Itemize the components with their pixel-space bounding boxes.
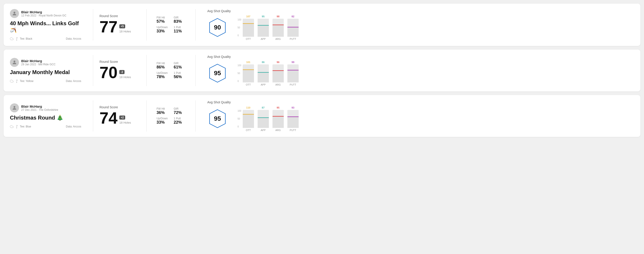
- gir-label: GIR: [174, 62, 186, 65]
- stat-gir: GIR 83%: [174, 16, 186, 24]
- user-info: Blair McHarg 27 Dec 2021 · The Oxfordshi…: [10, 103, 81, 112]
- bar-chart: 100 50 0 107 OTT 95: [238, 15, 299, 40]
- stat-updown: Up/Down 33%: [156, 26, 168, 33]
- score-row: 77 +5 18 Holes: [100, 19, 140, 35]
- bar-group: 98 ARG: [272, 19, 284, 40]
- footer-info: Tee: Black Data: Arccos: [10, 37, 81, 40]
- score-badge: +5: [119, 24, 125, 28]
- bar-group: 93 PUTT: [288, 110, 299, 131]
- score-number: 70: [100, 64, 118, 81]
- score-row: 74 +2 18 Holes: [100, 110, 140, 126]
- tee-label: Tee: Black: [20, 37, 32, 40]
- stat-fw-hit: FW Hit 86%: [156, 62, 168, 70]
- hexagon: 95: [207, 109, 228, 129]
- round-title: Christmas Round 🎄: [10, 115, 81, 121]
- oneputt-value: 22%: [174, 120, 186, 125]
- fw-hit-value: 36%: [156, 110, 168, 115]
- stat-gir: GIR 61%: [174, 62, 186, 70]
- bar-group: 96 ARG: [272, 64, 284, 86]
- fw-hit-label: FW Hit: [156, 107, 168, 110]
- stat-oneputt: 1 Putt 11%: [174, 26, 186, 33]
- data-source: Data: Arccos: [66, 125, 81, 128]
- stat-fw-hit: FW Hit 36%: [156, 107, 168, 115]
- divider: [93, 101, 93, 131]
- bar-group: 86 APP: [258, 64, 269, 86]
- stat-gir: GIR 72%: [174, 107, 186, 115]
- svg-point-6: [16, 82, 17, 83]
- hexagon-container: 90: [207, 17, 228, 38]
- oneputt-value: 56%: [174, 75, 186, 79]
- score-label: Round Score: [100, 14, 140, 18]
- fw-hit-label: FW Hit: [156, 16, 168, 19]
- oneputt-label: 1 Putt: [174, 117, 186, 120]
- user-name: Blair McHarg: [21, 105, 58, 108]
- data-source: Data: Arccos: [66, 37, 81, 40]
- round-card: Blair McHarg 29 Jan 2022 · Mill Ride GCC…: [4, 50, 640, 91]
- cloud-icon: [10, 79, 14, 83]
- bar-group: 82 PUTT: [288, 19, 299, 40]
- user-name: Blair McHarg: [21, 59, 56, 63]
- user-info: Blair McHarg 29 Jan 2022 · Mill Ride GCC: [10, 58, 81, 67]
- left-section: Blair McHarg 27 Dec 2021 · The Oxfordshi…: [10, 103, 86, 128]
- bar-group: 95 APP: [258, 19, 269, 40]
- user-details: Blair McHarg 29 Jan 2022 · Mill Ride GCC: [21, 59, 56, 66]
- footer-info: Tee: Yellow Data: Arccos: [10, 79, 81, 83]
- gir-value: 61%: [174, 65, 186, 70]
- bar-group: 99 PUTT: [288, 64, 299, 86]
- gir-value: 72%: [174, 110, 186, 115]
- svg-point-8: [14, 106, 15, 108]
- stats-grid: FW Hit 57% GIR 83% Up/Down 33% 1 Putt 11…: [156, 16, 186, 33]
- fw-hit-label: FW Hit: [156, 62, 168, 65]
- updown-value: 33%: [156, 120, 168, 125]
- bar-group: 87 APP: [258, 110, 269, 131]
- golf-icon: [15, 79, 18, 83]
- fw-hit-value: 57%: [156, 19, 168, 24]
- score-label: Round Score: [100, 60, 140, 64]
- data-source: Data: Arccos: [66, 80, 81, 83]
- stats-section: FW Hit 86% GIR 61% Up/Down 78% 1 Putt 56…: [153, 62, 189, 79]
- score-row: 70 -2 18 Holes: [100, 64, 140, 81]
- score-badge: -2: [119, 70, 124, 74]
- cloud-icon: [10, 37, 14, 40]
- chart-title: Avg Shot Quality: [207, 101, 634, 104]
- footer-info: Tee: Blue Data: Arccos: [10, 125, 81, 128]
- score-number: 74: [100, 110, 118, 126]
- user-meta: 29 Jan 2022 · Mill Ride GCC: [21, 63, 56, 66]
- divider-3: [195, 55, 196, 86]
- score-section: Round Score 74 +2 18 Holes: [100, 105, 140, 127]
- hexagon-container: 95: [207, 109, 228, 129]
- holes-label: 18 Holes: [119, 30, 131, 33]
- score-number: 77: [100, 19, 118, 35]
- avatar: [10, 9, 19, 18]
- stats-section: FW Hit 57% GIR 83% Up/Down 33% 1 Putt 11…: [153, 16, 189, 33]
- hexagon-value: 95: [214, 70, 221, 77]
- updown-label: Up/Down: [156, 117, 168, 120]
- user-details: Blair McHarg 27 Dec 2021 · The Oxfordshi…: [21, 105, 58, 112]
- divider: [93, 55, 93, 86]
- tee-info: Tee: Blue: [10, 125, 31, 128]
- fw-hit-value: 86%: [156, 65, 168, 70]
- chart-section: Avg Shot Quality 95 100 50 0 110: [202, 101, 634, 131]
- holes-label: 18 Holes: [119, 121, 131, 124]
- bar-group: 101 OTT: [243, 64, 254, 86]
- divider-3: [195, 101, 196, 131]
- hexagon: 95: [207, 63, 228, 83]
- stats-grid: FW Hit 86% GIR 61% Up/Down 78% 1 Putt 56…: [156, 62, 186, 79]
- user-meta: 12 Feb 2022 · Royal North Devon GC: [21, 14, 66, 17]
- round-title: 40 Mph Winds... Links Golf 🪃: [10, 20, 81, 33]
- golf-icon: [15, 125, 18, 128]
- golf-icon: [15, 37, 18, 40]
- holes-label: 18 Holes: [119, 75, 131, 79]
- tee-info: Tee: Black: [10, 37, 32, 40]
- updown-label: Up/Down: [156, 71, 168, 75]
- divider: [93, 9, 93, 40]
- round-card: Blair McHarg 27 Dec 2021 · The Oxfordshi…: [4, 95, 640, 137]
- oneputt-label: 1 Putt: [174, 71, 186, 75]
- bar-group: 107 OTT: [243, 19, 254, 40]
- bar-chart: 100 50 0 101 OTT 86: [238, 60, 299, 86]
- bar-group: 110 OTT: [243, 110, 254, 131]
- hexagon-value: 95: [214, 115, 221, 122]
- avatar: [10, 58, 19, 67]
- tee-label: Tee: Blue: [20, 125, 31, 128]
- user-info: Blair McHarg 12 Feb 2022 · Royal North D…: [10, 9, 81, 18]
